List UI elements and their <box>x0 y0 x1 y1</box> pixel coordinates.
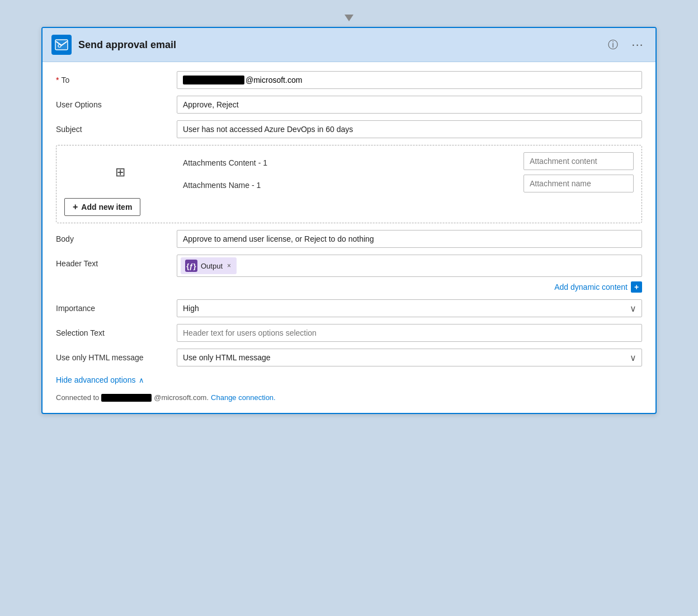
more-options-button[interactable]: ··· <box>629 36 647 54</box>
body-label: Body <box>56 230 168 243</box>
html-message-select-wrapper: Use only HTML message Yes No ∨ <box>177 349 642 366</box>
hide-advanced-label: Hide advanced options <box>56 375 135 384</box>
to-input[interactable]: @microsoft.com <box>177 71 642 89</box>
subject-row: Subject <box>56 120 642 138</box>
to-redacted <box>183 76 244 84</box>
hide-advanced-options-button[interactable]: Hide advanced options ∧ <box>56 375 144 384</box>
table-icon: ⊞ <box>115 165 125 180</box>
header-text-label: Header Text <box>56 255 168 268</box>
attachments-content-label: Attachments Content - 1 <box>183 155 295 167</box>
attachments-content-input[interactable] <box>524 152 634 170</box>
selection-text-input[interactable] <box>177 324 642 342</box>
selection-text-label: Selection Text <box>56 324 168 337</box>
user-options-label: User Options <box>56 96 168 109</box>
add-dynamic-content-link[interactable]: Add dynamic content <box>554 283 628 291</box>
card-body: *To @microsoft.com User Options Subject <box>43 62 655 413</box>
user-options-input[interactable] <box>177 96 642 114</box>
info-button[interactable]: ⓘ <box>604 36 622 54</box>
subject-input[interactable] <box>177 120 642 138</box>
importance-label: Importance <box>56 299 168 313</box>
token-icon: {ƒ} <box>185 260 197 272</box>
token-close-button[interactable]: × <box>226 262 232 270</box>
change-connection-link[interactable]: Change connection. <box>211 393 276 402</box>
dynamic-content-row: Add dynamic content + <box>56 281 642 293</box>
importance-select-wrapper: Normal Low High ∨ <box>177 299 642 317</box>
html-message-label: Use only HTML message <box>56 349 168 362</box>
user-options-row: User Options <box>56 96 642 114</box>
card-header: O Send approval email ⓘ ··· <box>43 28 655 62</box>
more-icon: ··· <box>631 37 643 52</box>
top-connector-arrow <box>342 11 356 27</box>
app-icon: O <box>51 35 72 55</box>
connected-row: Connected to @microsoft.com. Change conn… <box>56 393 642 402</box>
importance-row: Importance Normal Low High ∨ <box>56 299 642 317</box>
selection-text-row: Selection Text <box>56 324 642 342</box>
attachments-grid: Attachments Content - 1 ⊞ Attachments Na… <box>64 152 634 192</box>
subject-label: Subject <box>56 120 168 134</box>
add-new-item-button[interactable]: + Add new item <box>64 198 140 216</box>
send-approval-email-card: O Send approval email ⓘ ··· *To <box>41 27 657 414</box>
to-label: *To <box>56 71 168 84</box>
attachments-section: Attachments Content - 1 ⊞ Attachments Na… <box>56 145 642 223</box>
attachments-table-icon-button[interactable]: ⊞ <box>64 163 176 182</box>
attachments-name-input[interactable] <box>524 175 634 192</box>
body-row: Body <box>56 230 642 248</box>
header-text-token-container[interactable]: {ƒ} Output × <box>177 255 642 277</box>
chevron-up-icon: ∧ <box>139 376 144 384</box>
attachments-name-label: Attachments Name - 1 <box>183 177 295 190</box>
to-suffix: @microsoft.com <box>246 76 302 84</box>
card-title: Send approval email <box>78 39 597 51</box>
add-new-item-label: Add new item <box>81 203 132 211</box>
dynamic-content-plus-button[interactable]: + <box>631 281 642 293</box>
token-label: Output <box>201 262 223 270</box>
html-message-row: Use only HTML message Use only HTML mess… <box>56 349 642 366</box>
info-icon: ⓘ <box>608 38 618 51</box>
body-input[interactable] <box>177 230 642 248</box>
connected-redacted <box>101 394 152 402</box>
output-token: {ƒ} Output × <box>181 257 237 274</box>
plus-icon: + <box>73 202 78 212</box>
connected-label: Connected to <box>56 393 99 402</box>
header-actions: ⓘ ··· <box>604 36 647 54</box>
header-text-row: Header Text {ƒ} Output × <box>56 255 642 277</box>
html-message-select[interactable]: Use only HTML message Yes No <box>177 349 642 366</box>
importance-select[interactable]: Normal Low High <box>177 299 642 317</box>
connected-suffix: @microsoft.com. <box>154 393 209 402</box>
to-row: *To @microsoft.com <box>56 71 642 89</box>
svg-text:O: O <box>58 43 62 49</box>
